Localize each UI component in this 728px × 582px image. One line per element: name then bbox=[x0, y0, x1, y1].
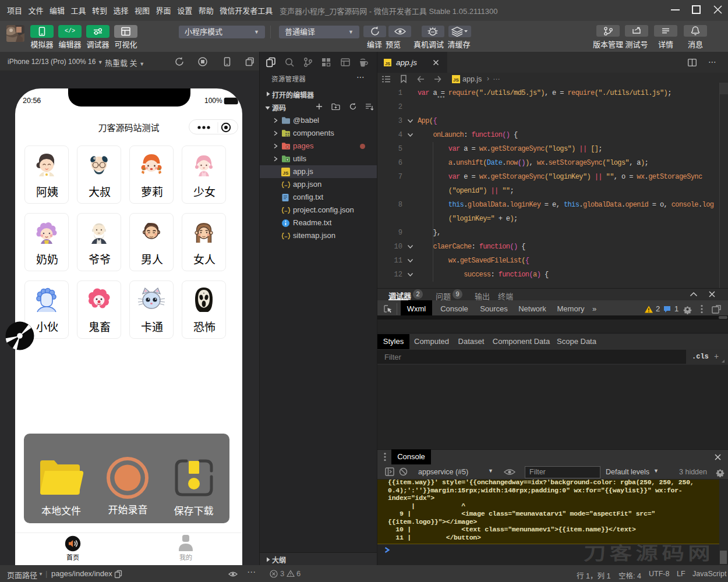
svg-text:JS: JS bbox=[385, 61, 390, 66]
svg-text:JS: JS bbox=[283, 171, 289, 176]
svg-text:JS: JS bbox=[453, 77, 459, 83]
